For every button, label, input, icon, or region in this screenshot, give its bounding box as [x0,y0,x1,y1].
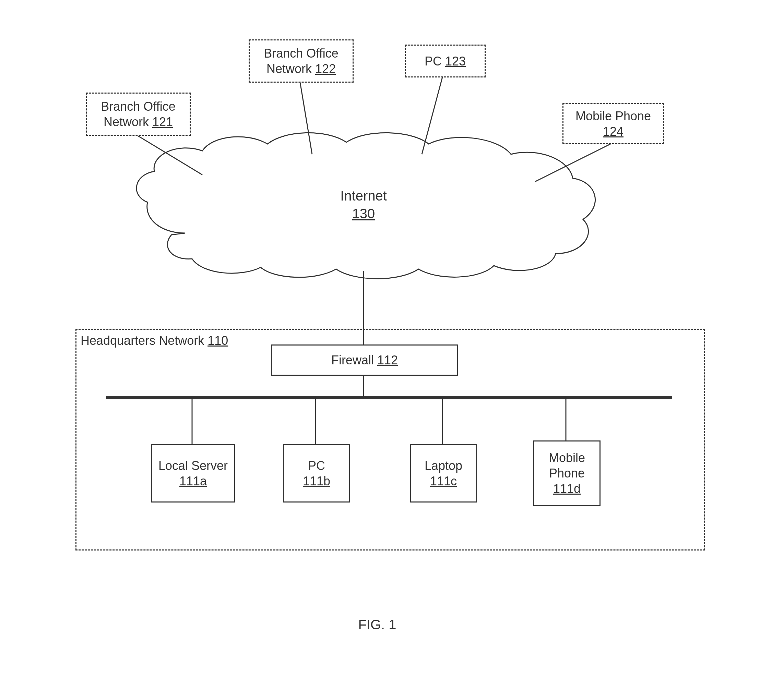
cloud-label: Internet 130 [329,187,398,222]
node-label: PC 111b [303,458,330,489]
node-branch-office-1: Branch Office Network 121 [86,92,191,136]
node-branch-office-2: Branch Office Network 122 [249,39,354,82]
node-hq-mobile: Mobile Phone 111d [533,440,601,506]
node-label: Mobile Phone 124 [575,108,651,139]
node-label: Branch Office Network 121 [87,99,189,130]
node-label: Mobile Phone 111d [534,450,600,496]
node-mobile-external: Mobile Phone 124 [562,103,664,144]
node-label: PC 123 [425,53,466,69]
container-headquarters-label: Headquarters Network 110 [81,333,228,348]
node-local-server: Local Server 111a [151,444,235,503]
node-label: Local Server 111a [158,458,228,489]
node-label: Branch Office Network 122 [250,46,352,76]
node-firewall: Firewall 112 [271,345,458,376]
diagram-stage: Branch Office Network 121 Branch Office … [0,0,784,690]
line-mobile-to-cloud [535,144,611,182]
node-label: Laptop 111c [425,458,462,489]
node-pc-external: PC 123 [405,44,486,77]
node-hq-laptop: Laptop 111c [410,444,477,503]
line-pc-to-cloud [422,77,442,154]
figure-caption: FIG. 1 [343,617,412,632]
line-branch1-to-cloud [137,135,203,175]
node-label: Firewall 112 [331,352,398,368]
node-hq-pc: PC 111b [283,444,350,503]
line-branch2-to-cloud [300,82,312,154]
